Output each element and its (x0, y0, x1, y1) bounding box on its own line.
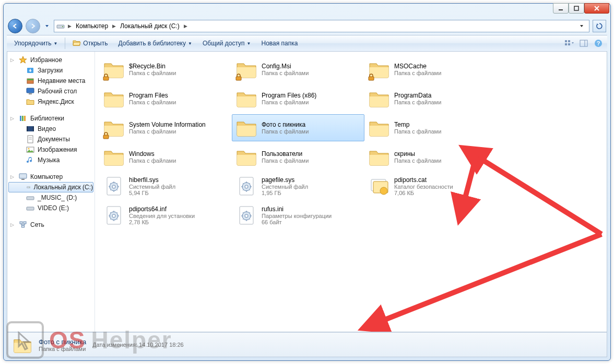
nav-back-button[interactable] (8, 19, 22, 33)
file-item[interactable]: скриныПапка с файлами (364, 143, 497, 171)
item-size: 7,06 КБ (394, 190, 453, 196)
file-item[interactable]: ProgramDataПапка с файлами (364, 85, 497, 112)
file-icon (103, 175, 125, 197)
computer-icon (19, 173, 27, 181)
sidebar-yandex-disk[interactable]: Яндекс.Диск (7, 96, 95, 107)
chevron-right-icon[interactable]: ▶ (67, 23, 73, 29)
item-name: rufus.ini (262, 205, 332, 213)
item-name: Config.Msi (262, 63, 309, 70)
sidebar-favorites-header[interactable]: ▷Избранное (7, 55, 95, 65)
file-item[interactable]: pagefile.sysСистемный файл1,95 ГБ (232, 173, 364, 200)
sidebar-computer-header[interactable]: ▷Компьютер (7, 172, 95, 182)
desktop-icon (26, 87, 34, 95)
refresh-button[interactable] (593, 20, 606, 32)
item-desc: Папка с файлами (394, 157, 441, 164)
open-button[interactable]: Открыть (68, 37, 112, 50)
folder-icon (26, 98, 34, 106)
folder-icon (235, 146, 257, 168)
drive-icon (56, 22, 65, 30)
item-name: Пользователи (262, 150, 309, 157)
address-bar[interactable]: ▶ Компьютер ▶ Локальный диск (C:) ▶ (54, 20, 589, 32)
sidebar-drive-d[interactable]: _MUSIC_ (D:) (7, 192, 95, 203)
address-dropdown[interactable] (576, 21, 587, 31)
sidebar-network-header[interactable]: ▷Сеть (7, 220, 95, 230)
item-desc: Параметры конфигурации (262, 213, 332, 219)
status-modified: Дата изменения: 14.10.2017 18:26 (92, 342, 183, 348)
breadcrumb-computer[interactable]: Компьютер (75, 22, 109, 30)
status-type: Папка с файлами (39, 346, 86, 352)
folder-icon (368, 58, 390, 80)
file-item[interactable]: pdiports64.infСведения для установки2,78… (99, 202, 232, 229)
item-size: 2,78 КБ (129, 219, 195, 225)
file-item[interactable]: $Recycle.BinПапка с файлами (99, 56, 232, 83)
svg-rect-8 (565, 43, 567, 45)
nav-forward-button[interactable] (26, 19, 40, 33)
chevron-right-icon[interactable]: ▶ (183, 23, 188, 29)
file-item[interactable]: hiberfil.sysСистемный файл5,94 ГБ (99, 173, 232, 200)
preview-pane-button[interactable] (578, 38, 589, 49)
chevron-right-icon[interactable]: ▶ (111, 23, 117, 29)
svg-rect-19 (20, 116, 21, 121)
item-desc: Папка с файлами (262, 70, 309, 76)
organize-button[interactable]: Упорядочить ▼ (10, 37, 62, 50)
item-name: Program Files (129, 92, 176, 99)
file-item[interactable]: TempПапка с файлами (364, 114, 497, 141)
sidebar-videos[interactable]: Видео (7, 124, 95, 134)
pictures-icon (26, 145, 34, 154)
sidebar-libraries-header[interactable]: ▷Библиотеки (7, 113, 95, 124)
breadcrumb-drive[interactable]: Локальный диск (C:) (119, 22, 181, 30)
file-list: $Recycle.BinПапка с файламиConfig.MsiПап… (95, 52, 607, 332)
file-item[interactable]: pdiports.catКаталог безопасности7,06 КБ (364, 173, 497, 200)
item-name: pagefile.sys (262, 176, 308, 184)
item-desc: Системный файл (262, 184, 308, 190)
share-button[interactable]: Общий доступ ▼ (198, 37, 255, 50)
svg-point-5 (62, 26, 63, 27)
view-options-button[interactable] (563, 38, 575, 49)
file-item[interactable]: MSOCacheПапка с файлами (364, 56, 497, 83)
nav-history-dropdown[interactable] (43, 20, 51, 32)
svg-rect-42 (103, 135, 109, 139)
folder-icon (103, 117, 125, 139)
help-button[interactable]: ? (593, 38, 604, 49)
maximize-button[interactable] (569, 3, 584, 14)
sidebar-drive-c[interactable]: Локальный диск (C:) (8, 182, 93, 192)
sidebar-pictures[interactable]: Изображения (7, 144, 95, 155)
svg-rect-17 (27, 88, 34, 93)
close-button[interactable] (584, 3, 609, 14)
sidebar-music[interactable]: Музыка (7, 155, 95, 165)
svg-rect-23 (27, 126, 28, 131)
sidebar: ▷Избранное Загрузки Недавние места Рабоч… (7, 52, 95, 332)
sidebar-drive-e[interactable]: VIDEO (E:) (7, 203, 95, 213)
file-item[interactable]: System Volume InformationПапка с файлами (99, 114, 232, 141)
drive-icon (26, 204, 34, 212)
svg-point-48 (245, 185, 248, 188)
svg-rect-39 (103, 77, 109, 80)
sidebar-desktop[interactable]: Рабочий стол (7, 86, 95, 96)
item-desc: Папка с файлами (394, 70, 441, 76)
item-desc: Системный файл (129, 184, 175, 190)
item-name: MSOCache (394, 63, 441, 70)
item-desc: Папка с файлами (262, 128, 309, 135)
item-desc: Сведения для установки (129, 213, 195, 219)
folder-icon (368, 146, 390, 168)
item-name: pdiports.cat (394, 176, 453, 184)
file-item[interactable]: Фото с пикникаПапка с файлами (232, 114, 364, 141)
folder-icon (235, 58, 257, 80)
svg-rect-1 (574, 6, 578, 10)
item-name: скрины (394, 150, 441, 157)
sidebar-downloads[interactable]: Загрузки (7, 65, 95, 76)
star-icon (19, 56, 27, 64)
new-folder-button[interactable]: Новая папка (257, 37, 302, 50)
file-item[interactable]: WindowsПапка с файлами (99, 143, 232, 171)
sidebar-recent[interactable]: Недавние места (7, 76, 95, 86)
file-item[interactable]: ПользователиПапка с файлами (232, 143, 364, 171)
file-item[interactable]: Program Files (x86)Папка с файлами (232, 85, 364, 112)
minimize-button[interactable] (553, 3, 569, 14)
file-item[interactable]: Program FilesПапка с файлами (99, 85, 232, 112)
sidebar-documents[interactable]: Документы (7, 134, 95, 144)
add-to-library-button[interactable]: Добавить в библиотеку ▼ (114, 37, 196, 50)
file-item[interactable]: Config.MsiПапка с файлами (232, 56, 364, 83)
item-name: pdiports64.inf (129, 205, 195, 213)
file-item[interactable]: rufus.iniПараметры конфигурации66 байт (232, 202, 364, 229)
video-icon (26, 125, 34, 133)
